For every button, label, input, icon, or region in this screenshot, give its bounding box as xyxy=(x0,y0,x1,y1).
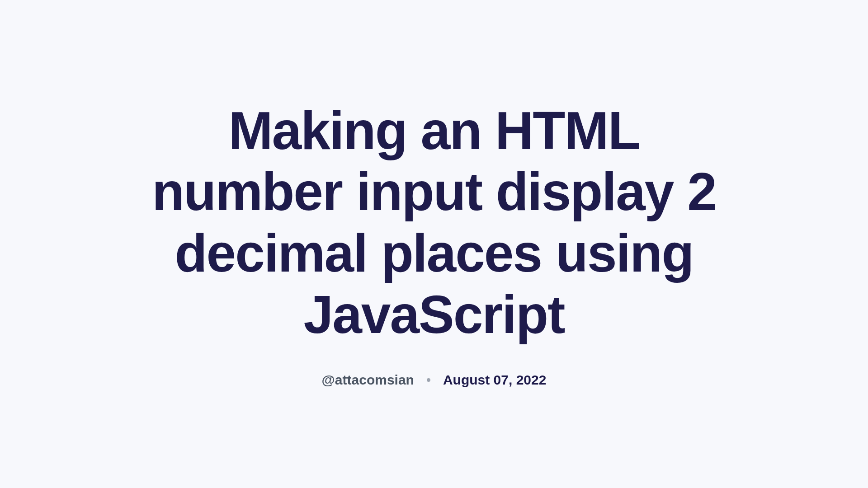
article-meta: @attacomsian August 07, 2022 xyxy=(145,372,723,388)
article-title: Making an HTML number input display 2 de… xyxy=(145,100,723,346)
article-header: Making an HTML number input display 2 de… xyxy=(118,100,750,388)
meta-separator-icon xyxy=(427,378,430,382)
article-date: August 07, 2022 xyxy=(443,372,546,388)
article-author: @attacomsian xyxy=(322,372,414,388)
